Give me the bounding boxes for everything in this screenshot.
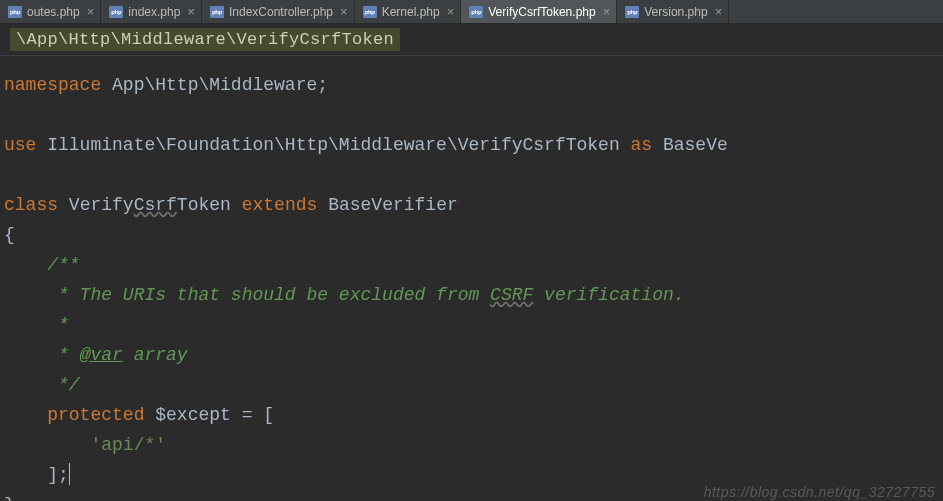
keyword: protected [47,405,144,425]
tab-label: Version.php [644,5,707,19]
doc-comment: * @var array [47,345,187,365]
close-icon[interactable]: × [447,4,455,19]
tab-label: IndexController.php [229,5,333,19]
tab-routes[interactable]: php outes.php × [0,0,101,23]
tab-bar: php outes.php × php index.php × php Inde… [0,0,943,24]
doc-comment: * [47,315,69,335]
tab-kernel[interactable]: php Kernel.php × [355,0,462,23]
watermark: https://blog.csdn.net/qq_32727755 [704,484,935,500]
php-icon: php [625,6,639,18]
close-icon[interactable]: × [87,4,95,19]
tab-label: Kernel.php [382,5,440,19]
tab-indexcontroller[interactable]: php IndexController.php × [202,0,355,23]
keyword: namespace [4,75,101,95]
tab-version[interactable]: php Version.php × [617,0,729,23]
alias: BaseVe [663,135,728,155]
php-icon: php [469,6,483,18]
php-icon: php [363,6,377,18]
php-icon: php [8,6,22,18]
tab-verifycsrftoken[interactable]: php VerifyCsrfToken.php × [461,0,617,23]
namespace-path: App\Http\Middleware [112,75,317,95]
brace: } [4,495,15,501]
tab-index[interactable]: php index.php × [101,0,202,23]
close-icon[interactable]: × [340,4,348,19]
brace: { [4,225,15,245]
close-icon[interactable]: × [715,4,723,19]
php-icon: php [210,6,224,18]
tab-label: index.php [128,5,180,19]
text-caret [69,463,70,485]
string-literal: 'api/*' [90,435,166,455]
keyword: as [631,135,653,155]
breadcrumb-path: \App\Http\Middleware\VerifyCsrfToken [10,28,400,51]
doc-comment: */ [47,375,79,395]
close-icon[interactable]: × [187,4,195,19]
keyword: extends [242,195,318,215]
php-icon: php [109,6,123,18]
class-name: VerifyCsrfToken [69,195,231,215]
close-icon[interactable]: × [603,4,611,19]
tab-label: outes.php [27,5,80,19]
tab-label: VerifyCsrfToken.php [488,5,595,19]
doc-comment: * The URIs that should be excluded from … [47,285,684,305]
keyword: class [4,195,58,215]
code-editor[interactable]: namespace App\Http\Middleware; use Illum… [0,56,943,501]
keyword: use [4,135,36,155]
base-class: BaseVerifier [328,195,458,215]
variable: $except [155,405,231,425]
use-path: Illuminate\Foundation\Http\Middleware\Ve… [47,135,620,155]
breadcrumb-bar: \App\Http\Middleware\VerifyCsrfToken [0,24,943,56]
bracket-close: ]; [47,465,69,485]
doc-comment: /** [47,255,79,275]
